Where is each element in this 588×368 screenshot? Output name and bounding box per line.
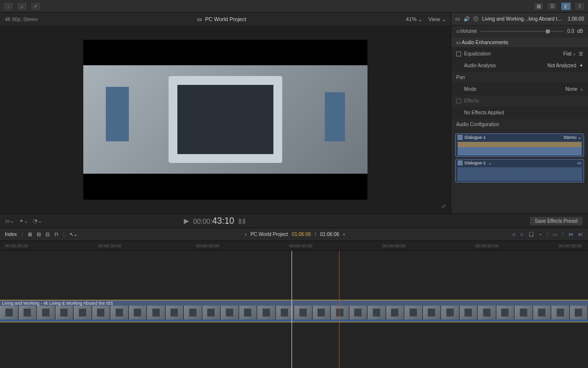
fullscreen-icon[interactable]: ⤢	[441, 203, 446, 210]
volume-slider[interactable]	[481, 31, 564, 32]
clip-thumbnails	[0, 306, 588, 319]
effects-browser-icon[interactable]: ▭	[553, 232, 557, 237]
video-frame	[83, 40, 368, 200]
project-icon: ▭	[197, 16, 202, 23]
zoom-dropdown[interactable]: 41% ⌄	[406, 16, 422, 23]
ruler-mark: 00:00:55:00	[559, 243, 582, 248]
ruler-mark: 00:00:50:00	[475, 243, 499, 248]
solo-icon[interactable]: 🎧	[528, 232, 534, 237]
analysis-label: Audio Analysis	[464, 63, 496, 68]
append-button[interactable]: ⊟	[37, 232, 41, 237]
inspector-panel: ▭ 🔊 ⓘ Living and Working…king Aboard the…	[451, 13, 588, 213]
ruler-mark: 00:00:25:00	[5, 243, 28, 248]
clip-name: Living and Working…king Aboard the ISS	[482, 16, 564, 22]
info-tab-icon[interactable]: ⓘ	[473, 16, 478, 23]
audio-meter-icon[interactable]: ▮▮	[238, 217, 246, 225]
ruler-mark: 00:00:30:00	[98, 243, 122, 248]
timecode-display[interactable]: 00:00:43:10	[193, 216, 234, 226]
tools-dropdown[interactable]: ✦⌄	[19, 218, 28, 224]
enhancements-section: ▭ Audio Enhancements	[451, 37, 588, 48]
equalization-checkbox[interactable]	[456, 52, 461, 56]
pan-label: Pan	[456, 75, 465, 80]
audio-tab-icon[interactable]: 🔊	[464, 16, 469, 22]
timeline-project-name: PC World Project	[250, 232, 288, 237]
equalization-dropdown[interactable]: Flat ⬦	[564, 51, 576, 56]
viewer-panel: 4K 60p, Stereo ▭ PC World Project 41% ⌄ …	[0, 13, 451, 213]
keyword-button[interactable]: ⌕	[17, 2, 27, 11]
analyze-icon[interactable]: ✦	[579, 63, 583, 68]
skimming-icon[interactable]: ⎋	[513, 232, 515, 237]
index-button[interactable]: Index	[5, 232, 17, 237]
timeline-toolbar: Index | ⊞ ⊟ ⊡ ⊓ | ↖⌄ ‹ PC World Project …	[0, 228, 588, 241]
background-tasks-button[interactable]: ✓	[30, 2, 41, 11]
clip-audio-lane	[0, 319, 588, 322]
view-dropdown[interactable]: View ⌄	[428, 16, 446, 23]
viewer-header: 4K 60p, Stereo ▭ PC World Project 41% ⌄ …	[0, 13, 451, 26]
audio-skim-icon[interactable]: ⎌	[520, 232, 523, 237]
primary-storyline[interactable]: Living and Working - 4k Living & Working…	[0, 300, 588, 322]
channel-1-type[interactable]: Stereo ⌄	[564, 135, 582, 140]
volume-label: Volume	[461, 28, 477, 34]
ruler-mark: 00:00:35:00	[196, 243, 220, 248]
layout-grid-button[interactable]: ▦	[533, 2, 544, 11]
current-timecode: 01:06:06	[292, 232, 311, 237]
viewer-canvas[interactable]: ⤢	[0, 26, 451, 213]
ruler-mark: 00:00:40:00	[289, 243, 313, 248]
clip-title-bar: Living and Working - 4k Living & Working…	[0, 300, 588, 306]
no-effects-label: No Effects Applied	[464, 110, 504, 115]
channel-2-role-icon[interactable]: ▭	[577, 160, 582, 165]
total-timecode: 01:06:06	[320, 232, 339, 237]
channel-2-name: Dialogue-1	[465, 160, 486, 165]
analysis-value: Not Analyzed	[547, 63, 576, 68]
retime-dropdown[interactable]: ◔⌄	[33, 218, 42, 224]
volume-icon: ▭	[456, 28, 461, 34]
volume-value: 0.0	[567, 28, 574, 34]
snap-icon[interactable]: ⌁	[539, 232, 542, 237]
video-tab-icon[interactable]: ▭	[455, 16, 460, 22]
channel-1-checkbox[interactable]	[458, 135, 463, 140]
clip-appearance-dropdown[interactable]: ▭⌄	[5, 218, 14, 224]
top-toolbar: ↓ ⌕ ✓ ▦ ☰ ◧ ⇪	[0, 0, 588, 13]
timeline-ruler[interactable]: 00:00:25:00 00:00:30:00 00:00:35:00 00:0…	[0, 241, 588, 251]
channel-1-name: Dialogue-1	[465, 135, 486, 140]
share-button[interactable]: ⇪	[574, 2, 585, 11]
next-edit-icon[interactable]: ›	[343, 232, 344, 237]
ruler-mark: 00:00:45:00	[382, 243, 406, 248]
titles-icon[interactable]: ⋉	[578, 232, 583, 237]
select-tool[interactable]: ↖⌄	[70, 232, 77, 237]
prev-edit-icon[interactable]: ‹	[245, 232, 246, 237]
mode-label: Mode	[464, 86, 476, 92]
volume-unit: dB	[577, 28, 583, 34]
insert-button[interactable]: ⊞	[28, 232, 32, 237]
audio-channel-1[interactable]: Dialogue-1Stereo ⌄	[455, 133, 584, 157]
effects-checkbox[interactable]	[456, 99, 461, 104]
layout-list-button[interactable]: ☰	[547, 2, 558, 11]
layout-inspector-button[interactable]: ◧	[561, 2, 571, 11]
project-title: PC World Project	[205, 16, 246, 22]
overwrite-button[interactable]: ⊡	[46, 232, 49, 237]
clip-duration: 1:06:00	[568, 16, 584, 22]
import-button[interactable]: ↓	[3, 2, 14, 11]
equalization-label: Equalization	[464, 51, 490, 56]
connect-button[interactable]: ⊓	[54, 232, 58, 237]
skimmer[interactable]	[339, 251, 340, 368]
audio-config-label: Audio Configuration	[456, 122, 499, 127]
save-preset-button[interactable]: Save Effects Preset	[529, 216, 583, 226]
effects-label: Effects	[464, 98, 479, 104]
transport-bar: ▭⌄ ✦⌄ ◔⌄ ▶ 00:00:43:10 ▮▮ Save Effects P…	[0, 213, 588, 228]
timeline-area[interactable]: Living and Working - 4k Living & Working…	[0, 251, 588, 368]
transitions-icon[interactable]: ⋈	[568, 232, 573, 237]
format-label: 4K 60p, Stereo	[5, 17, 38, 22]
channel-2-checkbox[interactable]	[458, 160, 463, 165]
play-button[interactable]: ▶	[184, 217, 189, 225]
audio-channel-2[interactable]: Dialogue-1 ⌄▭	[455, 159, 584, 183]
mode-dropdown[interactable]: None ⬦	[565, 86, 583, 92]
playhead[interactable]	[292, 251, 292, 368]
eq-edit-icon[interactable]: ☰	[579, 51, 583, 56]
